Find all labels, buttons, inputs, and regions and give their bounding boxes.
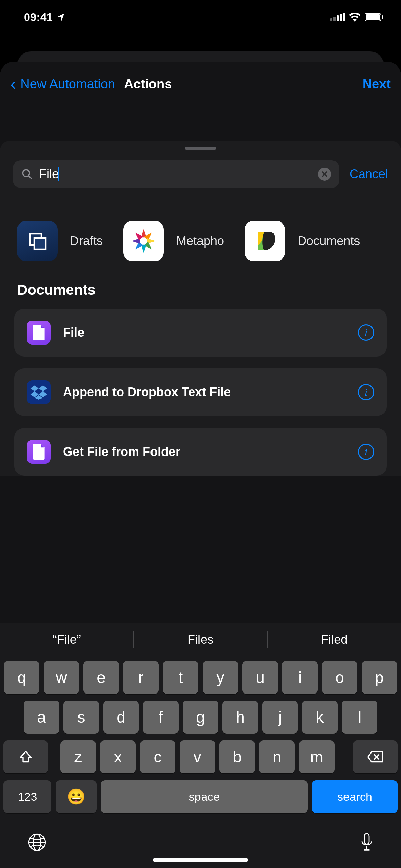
next-button[interactable]: Next (363, 77, 391, 92)
info-button[interactable]: i (358, 384, 374, 400)
backspace-icon (367, 751, 384, 763)
file-icon (27, 440, 51, 464)
key-y[interactable]: y (203, 661, 238, 694)
battery-icon (365, 13, 384, 22)
globe-icon[interactable] (27, 833, 47, 852)
app-drafts[interactable]: Drafts (17, 221, 103, 261)
action-label: File (63, 325, 345, 340)
key-search[interactable]: search (312, 780, 398, 813)
key-backspace[interactable] (353, 740, 398, 773)
shift-icon (19, 750, 33, 764)
cancel-button[interactable]: Cancel (350, 167, 388, 181)
info-button[interactable]: i (358, 444, 374, 460)
key-a[interactable]: a (24, 701, 59, 734)
key-h[interactable]: h (222, 701, 258, 734)
app-label: Documents (297, 234, 360, 248)
app-metapho[interactable]: Metapho (123, 221, 224, 261)
svg-rect-3 (340, 14, 342, 21)
key-emoji[interactable]: 😀 (56, 780, 97, 813)
info-button[interactable]: i (358, 324, 374, 341)
action-label: Get File from Folder (63, 445, 345, 459)
suggestion[interactable]: Filed (268, 632, 401, 647)
key-row-1: q w e r t y u i o p (3, 661, 398, 694)
key-row-3: z x c v b n m (3, 740, 398, 773)
key-z[interactable]: z (60, 740, 96, 773)
x-icon (321, 171, 328, 177)
keyboard: “File” Files Filed q w e r t y u i o p a… (0, 623, 401, 868)
action-label: Append to Dropbox Text File (63, 385, 345, 399)
chevron-left-icon: ‹ (10, 74, 16, 94)
key-o[interactable]: o (322, 661, 357, 694)
home-indicator[interactable] (153, 858, 248, 862)
section-header: Documents (0, 278, 401, 309)
apps-row[interactable]: Drafts (0, 200, 401, 278)
key-n[interactable]: n (259, 740, 295, 773)
clear-search-button[interactable] (318, 168, 331, 181)
key-numbers[interactable]: 123 (3, 780, 51, 813)
search-input[interactable]: File (39, 167, 59, 181)
cellular-icon (330, 13, 345, 22)
search-icon (21, 168, 33, 180)
keyboard-suggestions: “File” Files Filed (0, 623, 401, 657)
key-w[interactable]: w (44, 661, 79, 694)
key-q[interactable]: q (4, 661, 39, 694)
svg-rect-2 (337, 15, 339, 21)
keyboard-keys: q w e r t y u i o p a s d f g h j k l (0, 657, 401, 813)
key-row-4: 123 😀 space search (3, 780, 398, 813)
documents-icon (245, 221, 285, 261)
svg-line-9 (28, 176, 32, 179)
svg-rect-4 (343, 13, 345, 21)
drafts-icon (17, 221, 58, 261)
file-icon (27, 321, 51, 345)
page-title: Actions (124, 77, 172, 92)
suggestion[interactable]: “File” (0, 632, 133, 647)
key-r[interactable]: r (123, 661, 159, 694)
key-e[interactable]: e (83, 661, 119, 694)
mic-icon[interactable] (360, 833, 374, 852)
search-row: File Cancel (0, 160, 401, 200)
nav-header: ‹ New Automation Actions Next (0, 62, 401, 106)
status-time: 09:41 (24, 11, 65, 24)
action-file[interactable]: File i (14, 309, 387, 357)
action-append-dropbox[interactable]: Append to Dropbox Text File i (14, 368, 387, 416)
key-f[interactable]: f (143, 701, 179, 734)
key-shift[interactable] (3, 740, 48, 773)
action-get-file-folder[interactable]: Get File from Folder i (14, 428, 387, 476)
dropbox-icon (27, 380, 51, 404)
status-icons (330, 13, 384, 22)
key-v[interactable]: v (180, 740, 215, 773)
app-documents[interactable]: Documents (245, 221, 360, 261)
key-d[interactable]: d (103, 701, 139, 734)
svg-rect-0 (330, 18, 332, 21)
key-i[interactable]: i (282, 661, 318, 694)
back-button[interactable]: ‹ New Automation (10, 74, 115, 94)
key-p[interactable]: p (362, 661, 397, 694)
app-label: Drafts (70, 234, 103, 248)
action-list: File i Append to Dropbox Text File i (0, 309, 401, 476)
key-c[interactable]: c (140, 740, 175, 773)
key-g[interactable]: g (183, 701, 218, 734)
suggestion[interactable]: Files (134, 632, 267, 647)
back-label: New Automation (20, 77, 115, 92)
search-field[interactable]: File (13, 160, 339, 188)
search-panel: File Cancel Drafts (0, 141, 401, 476)
key-x[interactable]: x (100, 740, 136, 773)
key-k[interactable]: k (302, 701, 338, 734)
key-m[interactable]: m (299, 740, 335, 773)
wifi-icon (349, 13, 361, 22)
key-l[interactable]: l (342, 701, 377, 734)
key-t[interactable]: t (163, 661, 198, 694)
key-s[interactable]: s (63, 701, 99, 734)
key-space[interactable]: space (101, 780, 308, 813)
key-u[interactable]: u (242, 661, 278, 694)
key-b[interactable]: b (219, 740, 255, 773)
svg-rect-16 (364, 834, 369, 844)
main-sheet: ‹ New Automation Actions Next File Cance (0, 62, 401, 868)
location-icon (56, 13, 65, 22)
search-input-wrapper[interactable]: File (39, 167, 312, 181)
key-j[interactable]: j (262, 701, 298, 734)
svg-rect-7 (382, 15, 383, 19)
key-row-2: a s d f g h j k l (3, 701, 398, 734)
sheet-grabber[interactable] (185, 147, 216, 150)
status-time-text: 09:41 (24, 11, 53, 24)
